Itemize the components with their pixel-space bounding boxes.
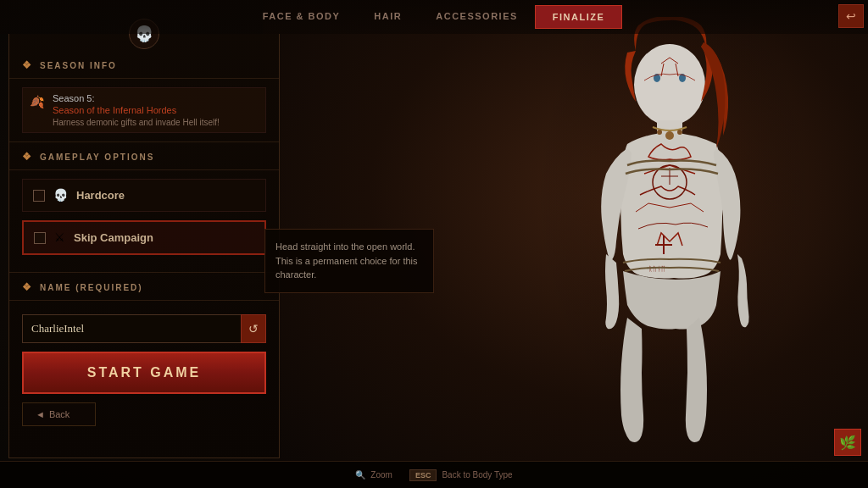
diamond-icon-2: ❖ <box>22 151 33 163</box>
bottom-bar: 🔍 Zoom ESC Back to Body Type <box>0 461 868 488</box>
gameplay-label: GAMEPLAY OPTIONS <box>40 152 154 162</box>
hardcore-icon: 💀 <box>53 188 68 202</box>
svg-point-8 <box>657 130 662 135</box>
zoom-icon: 🔍 <box>355 470 365 480</box>
season-info-label: SEASON INFO <box>40 61 117 70</box>
back-button[interactable]: ◄ Back <box>22 402 96 426</box>
bottom-right-button[interactable]: 🌿 <box>834 429 861 456</box>
diamond-icon-3: ❖ <box>22 281 33 293</box>
skip-campaign-tooltip: Head straight into the open world. This … <box>264 229 434 293</box>
season-icon: 🍂 <box>30 95 44 109</box>
esc-label: Back to Body Type <box>442 470 512 480</box>
exit-icon: ↩ <box>846 9 856 23</box>
zoom-label: Zoom <box>370 470 392 480</box>
left-panel: 💀 ❖ SEASON INFO 🍂 Season 5: Season of th… <box>8 34 280 458</box>
character-name-input[interactable] <box>22 314 241 343</box>
name-input-row: ↺ <box>22 314 266 343</box>
diamond-icon: ❖ <box>22 59 33 71</box>
season-info-header: ❖ SEASON INFO <box>9 51 279 79</box>
back-label: Back <box>49 409 70 419</box>
season-info-section: 🍂 Season 5: Season of the Infernal Horde… <box>9 79 279 142</box>
esc-key: ESC <box>409 469 437 481</box>
gameplay-options-header: ❖ GAMEPLAY OPTIONS <box>9 142 279 170</box>
skip-campaign-icon: ⚔ <box>54 230 65 245</box>
gameplay-section: 💀 Hardcore ⚔ Skip Campaign <box>9 170 279 273</box>
svg-point-1 <box>634 44 705 125</box>
tab-face-body[interactable]: FACE & BODY <box>246 4 358 30</box>
tab-accessories[interactable]: ACCESSORIES <box>419 4 535 30</box>
name-section: ↺ START GAME ◄ Back <box>9 301 279 435</box>
top-navigation: FACE & BODY HAIR ACCESSORIES FINALIZE <box>0 0 868 34</box>
skip-campaign-checkbox[interactable] <box>34 232 46 244</box>
name-label: NAME (REQUIRED) <box>40 283 143 292</box>
back-arrow-icon: ◄ <box>36 409 45 419</box>
svg-point-7 <box>665 131 674 140</box>
exit-button[interactable]: ↩ <box>838 4 864 28</box>
leaf-icon: 🌿 <box>839 435 856 451</box>
season-description: Harness demonic gifts and invade Hell it… <box>53 118 220 127</box>
skip-campaign-option[interactable]: ⚔ Skip Campaign <box>22 220 266 255</box>
season-subtitle: Season of the Infernal Hordes <box>53 105 220 115</box>
skip-campaign-label: Skip Campaign <box>74 231 153 244</box>
svg-point-9 <box>677 130 682 135</box>
character-figure: ᚱᚢᚾᛖ <box>538 17 810 466</box>
tooltip-text: Head straight into the open world. This … <box>275 240 423 282</box>
tab-hair[interactable]: HAIR <box>357 4 419 30</box>
name-section-header: ❖ NAME (REQUIRED) <box>9 273 279 301</box>
hardcore-label: Hardcore <box>76 189 125 202</box>
tab-finalize[interactable]: FINALIZE <box>535 5 623 29</box>
start-game-button[interactable]: START GAME <box>22 352 266 394</box>
season-item: 🍂 Season 5: Season of the Infernal Horde… <box>22 87 266 133</box>
season-title: Season 5: <box>53 93 220 103</box>
refresh-icon: ↺ <box>248 322 259 336</box>
refresh-name-button[interactable]: ↺ <box>241 314 266 343</box>
esc-hint: ESC Back to Body Type <box>409 469 513 481</box>
zoom-hint: 🔍 Zoom <box>355 470 392 480</box>
hardcore-option[interactable]: 💀 Hardcore <box>22 179 266 212</box>
hardcore-checkbox[interactable] <box>33 190 45 202</box>
svg-text:ᚱᚢᚾᛖ: ᚱᚢᚾᛖ <box>648 265 665 273</box>
